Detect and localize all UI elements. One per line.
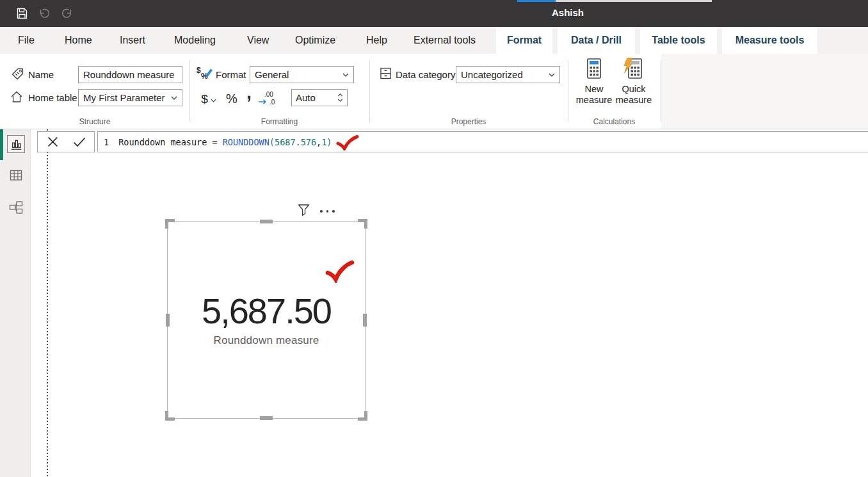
tab-optimize[interactable]: Optimize (295, 27, 335, 54)
formula-input[interactable]: 1 Rounddown measure = ROUNDDOWN(5687.576… (97, 131, 868, 152)
active-view-indicator (0, 129, 3, 160)
card-content: 5,687.50 Rounddown measure (168, 222, 365, 418)
titlebar-accent-strip-blue (517, 0, 556, 2)
tab-view[interactable]: View (247, 27, 269, 54)
card-visual[interactable]: 5,687.50 Rounddown measure (167, 221, 366, 419)
resize-handle-top[interactable] (260, 220, 273, 223)
ribbon-group-divider (661, 60, 661, 122)
tab-format[interactable]: Format (496, 27, 552, 54)
redo-icon[interactable] (60, 6, 74, 20)
save-icon[interactable] (15, 6, 29, 20)
ribbon-tab-row: File Home Insert Modeling View Optimize … (0, 27, 868, 54)
resize-handle-left[interactable] (166, 314, 170, 327)
currency-format-button[interactable]: $ (198, 89, 219, 106)
home-table-label: Home table (28, 89, 77, 106)
tab-measure-tools[interactable]: Measure tools (722, 27, 817, 54)
data-category-select[interactable]: Uncategorized (456, 66, 560, 83)
tab-table-tools[interactable]: Table tools (640, 27, 717, 54)
ribbon-empty-area (661, 54, 868, 129)
tab-home[interactable]: Home (65, 27, 92, 54)
format-label: Format (216, 66, 246, 83)
undo-icon[interactable] (37, 6, 51, 20)
token-function: ROUNDDOWN (223, 137, 269, 147)
token-equals: = (207, 137, 222, 147)
quick-measure-button[interactable]: Quick measure (613, 58, 655, 106)
data-category-value: Uncategorized (461, 69, 549, 80)
ribbon-group-divider (189, 60, 190, 122)
formula-commit-group (37, 131, 95, 152)
home-table-value: My First Parameter (83, 92, 171, 103)
resize-handle-top-right[interactable] (358, 219, 367, 229)
resize-handle-top-left[interactable] (165, 219, 175, 229)
format-icon: $% (196, 65, 214, 82)
chevron-down-icon (171, 96, 177, 100)
resize-handle-right[interactable] (363, 314, 367, 327)
formula-expression: Rounddown measure = ROUNDDOWN(5687.576,1… (118, 137, 332, 147)
measure-name-input[interactable] (78, 66, 182, 83)
data-category-label: Data category (396, 66, 455, 83)
formula-line-number: 1 (104, 137, 109, 147)
tab-help[interactable]: Help (366, 27, 387, 54)
chevron-down-icon (549, 73, 555, 77)
page-boundary-dotted-line (47, 129, 48, 477)
tab-data-drill[interactable]: Data / Drill (558, 27, 635, 54)
group-label-properties: Properties (369, 117, 568, 126)
token-measure-name: Rounddown measure (118, 137, 207, 147)
name-label: Name (28, 66, 54, 83)
chevron-up-icon (337, 93, 343, 97)
percent-format-button[interactable]: % (223, 89, 240, 106)
view-sidebar (0, 129, 31, 477)
formula-commit-icon[interactable] (72, 135, 86, 149)
token-comma: , (316, 137, 321, 147)
tab-insert[interactable]: Insert (120, 27, 145, 54)
dollar-glyph: $ (201, 92, 208, 106)
filter-icon[interactable] (297, 203, 310, 220)
resize-handle-bottom[interactable] (260, 416, 273, 420)
title-bar: Ashish (0, 0, 868, 27)
report-view-icon[interactable] (7, 135, 25, 153)
red-check-annotation (336, 135, 359, 150)
quick-measure-label: Quick measure (613, 84, 654, 106)
format-value: General (255, 69, 342, 80)
model-view-icon[interactable] (7, 198, 25, 216)
decimal-places-icon[interactable]: .00.0 (257, 88, 278, 106)
chevron-down-icon (337, 99, 343, 102)
percent-glyph: % (226, 92, 237, 106)
resize-handle-bottom-right[interactable] (358, 411, 367, 421)
svg-text:.0: .0 (269, 99, 275, 106)
resize-handle-bottom-left[interactable] (165, 411, 175, 421)
powerbi-window: Ashish File Home Insert Modeling View Op… (0, 0, 868, 477)
home-icon (10, 90, 24, 104)
new-measure-button[interactable]: New measure (574, 58, 614, 106)
ribbon-group-divider (369, 60, 370, 122)
group-label-structure: Structure (0, 117, 189, 126)
tab-external-tools[interactable]: External tools (414, 27, 476, 54)
more-options-icon[interactable] (319, 207, 336, 215)
home-table-select[interactable]: My First Parameter (78, 89, 182, 106)
svg-text:.00: .00 (264, 91, 273, 98)
formula-cancel-icon[interactable] (45, 135, 60, 149)
calculator-icon (584, 58, 604, 81)
card-label: Rounddown measure (214, 334, 319, 347)
data-category-icon (379, 67, 392, 80)
token-paren-open: ( (269, 137, 275, 147)
token-paren-close: ) (326, 137, 332, 147)
new-measure-label: New measure (574, 84, 615, 106)
data-view-icon[interactable] (7, 166, 25, 184)
chevron-down-icon (211, 99, 216, 102)
window-title: Ashish (552, 7, 584, 18)
visual-header (297, 203, 336, 220)
report-canvas[interactable] (31, 129, 868, 477)
red-check-annotation (325, 260, 355, 283)
chevron-down-icon (342, 73, 349, 77)
thousands-separator-button[interactable]: , (243, 84, 255, 103)
ribbon: Name Home table My First Parameter Struc… (0, 54, 868, 129)
tag-icon (11, 67, 24, 81)
card-value: 5,687.50 (202, 293, 331, 330)
decimal-places-spinner[interactable]: Auto (291, 89, 348, 106)
tab-file[interactable]: File (18, 27, 35, 54)
ribbon-group-divider (568, 60, 568, 122)
titlebar-accent-strip-gray (556, 0, 712, 2)
format-select[interactable]: General (250, 66, 354, 83)
tab-modeling[interactable]: Modeling (174, 27, 216, 54)
